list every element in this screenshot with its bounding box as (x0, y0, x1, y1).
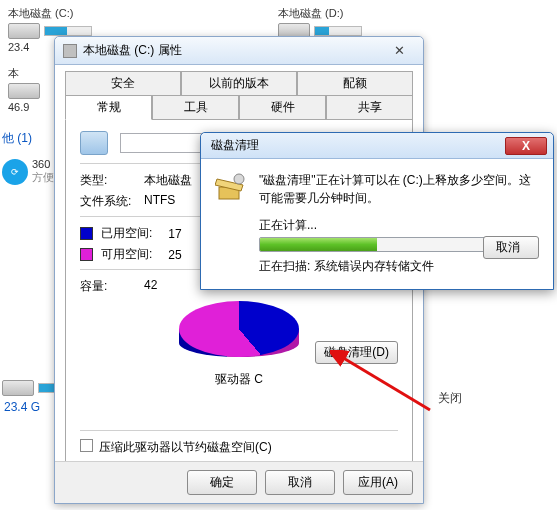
cancel-button[interactable]: 取消 (483, 236, 539, 259)
capacity-label: 容量: (80, 278, 144, 295)
close-button[interactable]: ✕ (383, 43, 415, 59)
close-link[interactable]: 关闭 (438, 390, 462, 407)
used-value: 17 (168, 227, 181, 241)
drive-usage-bar (314, 26, 362, 36)
item-360[interactable]: ⟳ 360 方便 (2, 158, 54, 185)
tab-row-bottom: 常规 工具 硬件 共享 (65, 96, 413, 120)
drive-item[interactable]: 本 46.9 (8, 66, 40, 113)
tab-hardware[interactable]: 硬件 (239, 96, 326, 120)
used-label: 已用空间: (101, 225, 152, 242)
dialog-titlebar[interactable]: 磁盘清理 X (201, 133, 553, 159)
drive-size: 46.9 (8, 101, 40, 113)
drive-label: 本 (8, 66, 40, 81)
cancel-button[interactable]: 取消 (265, 470, 335, 495)
tab-sharing[interactable]: 共享 (326, 96, 413, 120)
compress-label: 压缩此驱动器以节约磁盘空间(C) (99, 439, 272, 456)
ok-button[interactable]: 确定 (187, 470, 257, 495)
calculating-label: 正在计算... (259, 217, 539, 234)
tab-row-top: 安全 以前的版本 配额 (65, 71, 413, 96)
type-label: 类型: (80, 172, 144, 189)
drive-icon (63, 44, 77, 58)
free-label: 可用空间: (101, 246, 152, 263)
pie-caption: 驱动器 C (80, 371, 398, 388)
tab-previous-versions[interactable]: 以前的版本 (181, 71, 297, 96)
app-icon: ⟳ (2, 159, 28, 185)
drive-icon (80, 131, 108, 155)
svg-point-1 (234, 174, 244, 184)
type-value: 本地磁盘 (144, 172, 192, 189)
filesystem-value: NTFS (144, 193, 175, 210)
category-link[interactable]: 他 (1) (2, 130, 32, 147)
divider (80, 430, 398, 431)
drive-size-text: 23.4 G (4, 400, 40, 414)
drive-icon (8, 23, 40, 39)
cleanup-message: "磁盘清理"正在计算可以在 (C:)上释放多少空间。这可能需要几分钟时间。 (259, 171, 539, 207)
tab-general[interactable]: 常规 (65, 96, 152, 120)
close-button[interactable]: X (505, 137, 547, 155)
scanning-label: 正在扫描: (259, 259, 310, 273)
tab-tools[interactable]: 工具 (152, 96, 239, 120)
apply-button[interactable]: 应用(A) (343, 470, 413, 495)
drive-item-d[interactable]: 本地磁盘 (D:) (278, 6, 362, 39)
drive-icon (8, 83, 40, 99)
drive-label: 本地磁盘 (C:) (8, 6, 92, 21)
scanning-row: 正在扫描: 系统错误内存转储文件 (259, 258, 539, 275)
drive-usage-bar (44, 26, 92, 36)
capacity-value: 42 (144, 278, 157, 295)
disk-cleanup-dialog: 磁盘清理 X "磁盘清理"正在计算可以在 (C:)上释放多少空间。这可能需要几分… (200, 132, 554, 290)
dialog-title: 磁盘清理 (211, 137, 259, 154)
cleanup-icon (215, 171, 247, 203)
free-swatch (80, 248, 93, 261)
compress-checkbox[interactable] (80, 439, 93, 452)
tab-security[interactable]: 安全 (65, 71, 181, 96)
free-value: 25 (168, 248, 181, 262)
drive-label: 本地磁盘 (D:) (278, 6, 362, 21)
dialog-title: 本地磁盘 (C:) 属性 (83, 42, 182, 59)
dialog-button-row: 确定 取消 应用(A) (55, 461, 423, 503)
dialog-titlebar[interactable]: 本地磁盘 (C:) 属性 ✕ (55, 37, 423, 65)
filesystem-label: 文件系统: (80, 193, 144, 210)
tab-quota[interactable]: 配额 (297, 71, 413, 96)
disk-cleanup-button[interactable]: 磁盘清理(D) (315, 341, 398, 364)
scanning-value: 系统错误内存转储文件 (314, 259, 434, 273)
drive-icon (2, 380, 34, 396)
used-swatch (80, 227, 93, 240)
